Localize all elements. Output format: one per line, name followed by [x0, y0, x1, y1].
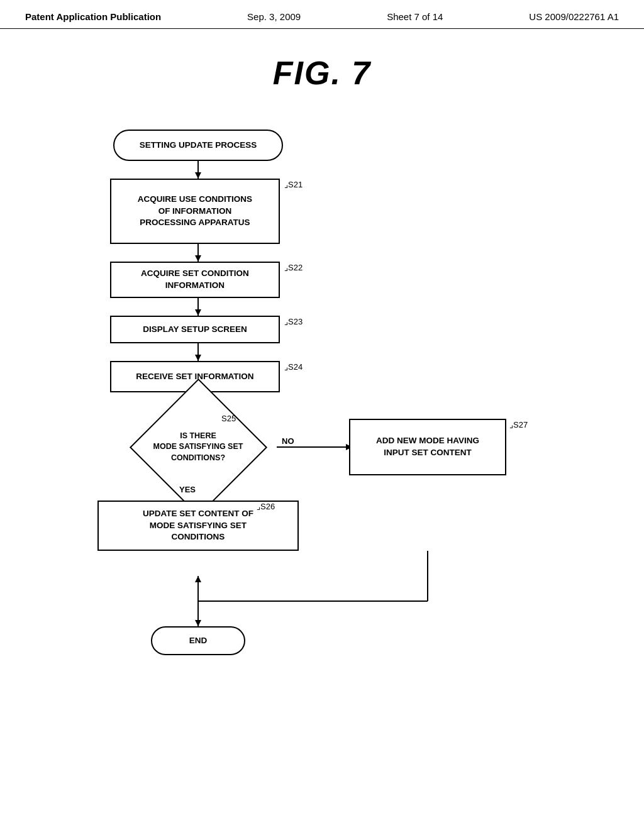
sheet-label: Sheet 7 of 14 [387, 11, 443, 22]
step-s27-id: ⌟S27 [509, 420, 528, 429]
step-s25-label: IS THEREMODE SATISFYING SETCONDITIONS? [141, 431, 256, 464]
start-node: SETTING UPDATE PROCESS [113, 130, 283, 161]
step-s25-id: S25 [221, 414, 236, 423]
step-s26-label: UPDATE SET CONTENT OFMODE SATISFYING SET… [143, 508, 253, 544]
flowchart-diagram: SETTING UPDATE PROCESS ACQUIRE USE CONDI… [0, 98, 644, 790]
date-label: Sep. 3, 2009 [247, 11, 301, 22]
svg-marker-3 [195, 255, 201, 262]
publication-label: Patent Application Publication [25, 11, 161, 22]
step-s27-label: ADD NEW MODE HAVINGINPUT SET CONTENT [376, 435, 479, 459]
step-s22-id: ⌟S22 [284, 263, 303, 272]
arrows-svg [0, 98, 644, 790]
svg-marker-5 [195, 309, 201, 316]
step-s27-box: ADD NEW MODE HAVINGINPUT SET CONTENT [349, 419, 506, 475]
end-node: END [151, 626, 245, 655]
step-s21-id: ⌟S21 [284, 180, 303, 189]
no-label: NO [282, 436, 294, 446]
step-s21-label: ACQUIRE USE CONDITIONSOF INFORMATIONPROC… [138, 194, 252, 230]
start-label: SETTING UPDATE PROCESS [140, 140, 257, 152]
step-s22-label: ACQUIRE SET CONDITIONINFORMATION [141, 268, 249, 292]
step-s23-label: DISPLAY SETUP SCREEN [143, 324, 247, 336]
step-s22-box: ACQUIRE SET CONDITIONINFORMATION [110, 262, 280, 298]
svg-marker-1 [195, 172, 201, 179]
step-s26-id: ⌟S26 [257, 502, 275, 511]
yes-label: YES [179, 485, 196, 494]
svg-marker-7 [195, 355, 201, 361]
svg-marker-19 [195, 620, 201, 626]
patent-number: US 2009/0222761 A1 [529, 11, 619, 22]
step-s21-box: ACQUIRE USE CONDITIONSOF INFORMATIONPROC… [110, 179, 280, 244]
step-s23-id: ⌟S23 [284, 317, 303, 326]
figure-title: FIG. 7 [0, 54, 644, 92]
svg-marker-17 [195, 576, 201, 582]
page-header: Patent Application Publication Sep. 3, 2… [0, 0, 644, 29]
end-label: END [189, 635, 208, 647]
step-s25-diamond: IS THEREMODE SATISFYING SETCONDITIONS? [119, 412, 277, 482]
step-s24-id: ⌟S24 [284, 362, 303, 372]
step-s23-box: DISPLAY SETUP SCREEN [110, 316, 280, 343]
